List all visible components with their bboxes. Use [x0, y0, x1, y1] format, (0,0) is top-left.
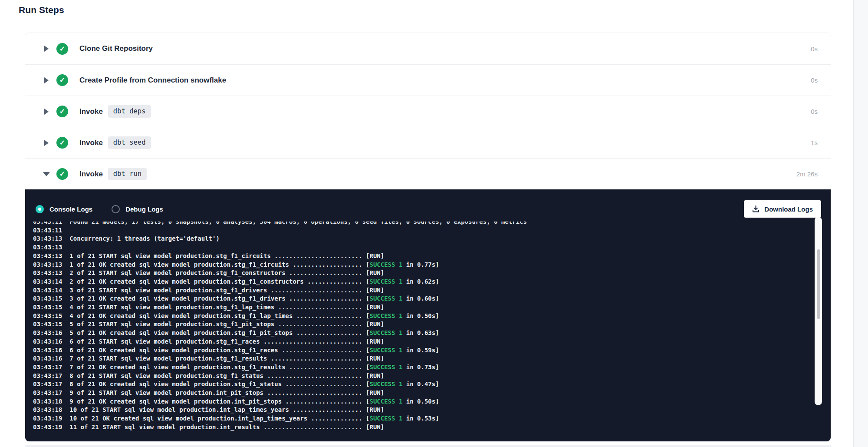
log-line: 03:43:14 3 of 21 START sql view model pr…: [33, 286, 831, 295]
right-panel-gutter: [853, 0, 868, 447]
log-line: 03:43:15 3 of 21 OK created sql view mod…: [33, 295, 831, 303]
next-section-edge: [25, 445, 831, 447]
step-title: Invoke: [79, 170, 103, 179]
step-row-clone-git-repository[interactable]: ✓ Clone Git Repository 0s: [25, 33, 831, 64]
step-row-invoke-dbt-run[interactable]: ✓ Invoke dbt run 2m 26s: [25, 158, 831, 189]
log-line: 03:43:13 1 of 21 OK created sql view mod…: [33, 261, 831, 269]
step-duration: 0s: [811, 45, 818, 53]
log-line: 03:43:13 2 of 21 START sql view model pr…: [33, 269, 831, 278]
log-line: 03:43:16 7 of 21 START sql view model pr…: [33, 354, 831, 363]
step-duration: 0s: [811, 108, 818, 115]
log-line: 03:43:17 8 of 21 START sql view model pr…: [33, 372, 831, 381]
page-title: Run Steps: [19, 5, 64, 15]
log-line: 03:43:19 10 of 21 OK created sql view mo…: [33, 414, 831, 423]
log-line: 03:43:19 11 of 21 START sql view model p…: [33, 423, 831, 432]
radio-label: Console Logs: [49, 205, 92, 213]
success-check-icon: ✓: [56, 168, 68, 180]
step-row-invoke-dbt-deps[interactable]: ✓ Invoke dbt deps 0s: [25, 96, 831, 127]
chevron-right-icon[interactable]: [36, 46, 56, 52]
log-line: 03:43:14 2 of 21 OK created sql view mod…: [33, 278, 831, 286]
console-log-panel: Console Logs Debug Logs Download Log: [25, 189, 831, 441]
radio-console-logs[interactable]: Console Logs: [36, 205, 92, 213]
success-check-icon: ✓: [56, 74, 68, 86]
log-line: 03:43:13: [33, 243, 831, 252]
success-check-icon: ✓: [56, 43, 68, 55]
command-badge: dbt seed: [108, 136, 151, 149]
step-duration: 0s: [811, 76, 818, 84]
log-line: 03:43:11 Found 21 models, 17 tests, 0 sn…: [33, 222, 831, 226]
log-line: 03:43:11: [33, 226, 831, 235]
download-logs-label: Download Logs: [764, 205, 813, 213]
step-title: Clone Git Repository: [79, 44, 153, 53]
success-check-icon: ✓: [56, 137, 68, 149]
command-badge: dbt deps: [108, 105, 151, 118]
step-duration: 1s: [811, 139, 818, 146]
log-line: 03:43:18 9 of 21 OK created sql view mod…: [33, 397, 831, 406]
success-check-icon: ✓: [56, 106, 68, 117]
radio-debug-logs[interactable]: Debug Logs: [112, 205, 163, 213]
run-steps-page: Run Steps ✓ Clone Git Repository 0s ✓ Cr…: [0, 0, 868, 447]
download-icon: [752, 205, 760, 213]
console-log-output[interactable]: 03:43:11 Found 21 models, 17 tests, 0 sn…: [25, 222, 831, 438]
log-line: 03:43:15 4 of 21 START sql view model pr…: [33, 303, 831, 312]
log-line: 03:43:15 5 of 21 START sql view model pr…: [33, 320, 831, 329]
chevron-right-icon[interactable]: [36, 140, 56, 146]
step-row-create-profile[interactable]: ✓ Create Profile from Connection snowfla…: [25, 64, 831, 96]
log-line: 03:43:13 1 of 21 START sql view model pr…: [33, 252, 831, 261]
log-line: 03:43:17 8 of 21 OK created sql view mod…: [33, 380, 831, 389]
radio-unselected-icon[interactable]: [112, 205, 120, 213]
log-line: 03:43:17 9 of 21 START sql view model pr…: [33, 389, 831, 397]
log-line: 03:43:18 10 of 21 START sql view model p…: [33, 406, 831, 414]
log-line: 03:43:16 6 of 21 OK created sql view mod…: [33, 346, 831, 355]
log-line: 03:43:16 5 of 21 OK created sql view mod…: [33, 329, 831, 338]
chevron-right-icon[interactable]: [36, 77, 56, 83]
download-logs-button[interactable]: Download Logs: [744, 200, 821, 218]
chevron-right-icon[interactable]: [36, 109, 56, 115]
chevron-down-icon[interactable]: [36, 172, 56, 176]
log-line: 03:43:16 6 of 21 START sql view model pr…: [33, 338, 831, 346]
run-steps-card: ✓ Clone Git Repository 0s ✓ Create Profi…: [25, 33, 831, 442]
log-lines-container: 03:43:11 Found 21 models, 17 tests, 0 sn…: [33, 222, 831, 432]
radio-label: Debug Logs: [125, 205, 163, 213]
console-scrollbar-thumb[interactable]: [817, 249, 820, 319]
console-header: Console Logs Debug Logs Download Log: [25, 189, 831, 219]
log-line: 03:43:17 7 of 21 OK created sql view mod…: [33, 363, 831, 372]
step-title: Create Profile from Connection snowflake: [79, 76, 226, 85]
step-title: Invoke: [79, 139, 103, 147]
log-line: 03:43:13 Concurrency: 1 threads (target=…: [33, 235, 831, 243]
radio-selected-icon[interactable]: [36, 205, 44, 213]
log-line: 03:43:15 4 of 21 OK created sql view mod…: [33, 312, 831, 321]
step-title: Invoke: [79, 107, 103, 116]
console-scrollbar-track[interactable]: [815, 217, 822, 405]
command-badge: dbt run: [108, 168, 147, 180]
step-duration: 2m 26s: [796, 170, 818, 178]
step-row-invoke-dbt-seed[interactable]: ✓ Invoke dbt seed 1s: [25, 127, 831, 158]
log-type-radio-group: Console Logs Debug Logs: [36, 205, 163, 213]
